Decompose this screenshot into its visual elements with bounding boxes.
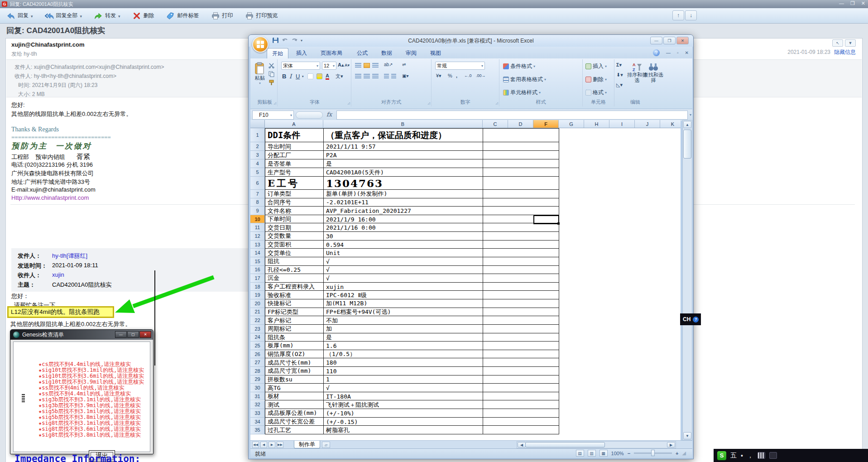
horizontal-scrollbar[interactable]: ◀ ▶ bbox=[517, 441, 676, 448]
cell-value[interactable]: 110 bbox=[324, 367, 482, 375]
row-number[interactable]: 24 bbox=[250, 333, 265, 342]
close-icon[interactable]: ✕ bbox=[676, 37, 689, 44]
cell-value[interactable]: √ bbox=[324, 257, 482, 266]
cell-value[interactable]: 树脂塞孔 bbox=[324, 426, 482, 434]
cell-label[interactable]: 客户标记 bbox=[265, 316, 323, 325]
zoom-out-icon[interactable]: − bbox=[628, 451, 630, 456]
font-color-icon[interactable]: A bbox=[326, 73, 329, 80]
cell-label[interactable]: 交货面积 bbox=[265, 241, 323, 249]
font-name-combo[interactable]: 宋体 bbox=[281, 62, 320, 70]
scroll-right-icon[interactable]: ▶ bbox=[667, 442, 675, 448]
ime-settings-icon[interactable] bbox=[769, 452, 777, 459]
grow-font-icon[interactable]: A▴ bbox=[338, 62, 344, 68]
row-number[interactable]: 20 bbox=[250, 299, 265, 308]
insert-cells-button[interactable]: 插入 bbox=[585, 63, 607, 70]
orientation-icon[interactable]: ab↗ bbox=[384, 62, 393, 67]
underline-caret-icon[interactable]: ▾ bbox=[302, 75, 304, 78]
clear-icon[interactable]: ◺▾ bbox=[616, 82, 623, 88]
row-number[interactable]: 22 bbox=[250, 316, 265, 325]
ribbon-tab-2[interactable]: 插入 bbox=[291, 48, 312, 58]
cell-value[interactable]: 0.594 bbox=[324, 241, 482, 249]
cell-value[interactable]: （重点客户，保证品质和进度） bbox=[324, 128, 482, 142]
scroll-up-icon[interactable]: ▲ bbox=[683, 121, 691, 128]
excel-titlebar[interactable]: CAD42001A0制作单.xls [兼容模式] - Microsoft Exc… bbox=[249, 35, 693, 47]
cell-label[interactable]: 验收标准 bbox=[265, 291, 323, 299]
align-center-icon[interactable] bbox=[364, 74, 370, 79]
name-box[interactable]: F10 bbox=[252, 111, 294, 120]
dialog-launcher-icon[interactable]: ◿ bbox=[348, 101, 350, 105]
row-number[interactable]: 33 bbox=[250, 409, 265, 418]
scroll-left-icon[interactable]: ◀ bbox=[518, 442, 526, 448]
cell-value[interactable]: 新单(单拼)(外发制作) bbox=[324, 190, 482, 198]
cell-value[interactable]: 30 bbox=[324, 232, 482, 241]
cut-scissors-icon[interactable] bbox=[269, 63, 274, 68]
close-icon[interactable]: ✕ bbox=[139, 331, 151, 338]
align-middle-icon[interactable] bbox=[364, 63, 370, 68]
cell-label[interactable]: 成品尺寸长(mm) bbox=[265, 358, 323, 367]
row-number[interactable]: 11 bbox=[250, 223, 265, 232]
vertical-scroll-thumb[interactable] bbox=[683, 130, 691, 159]
horizontal-scroll-thumb[interactable] bbox=[525, 442, 605, 448]
zoom-in-icon[interactable]: + bbox=[676, 451, 678, 456]
cell-value[interactable]: 1304763 bbox=[324, 177, 482, 190]
next-sheet-icon[interactable]: ▶ bbox=[269, 442, 275, 448]
previous-mail-button[interactable]: ↑ bbox=[672, 10, 684, 20]
row-number[interactable]: 8 bbox=[250, 198, 265, 207]
maximize-icon[interactable]: ▢ bbox=[127, 331, 139, 338]
row-number[interactable]: 15 bbox=[250, 257, 265, 266]
cell-value[interactable]: AVP_Fabrication_20201227 bbox=[324, 207, 482, 215]
cell-value[interactable]: 是 bbox=[324, 159, 482, 168]
cell-label[interactable]: 成品尺寸长宽公差 bbox=[265, 418, 323, 426]
cell-label[interactable]: 沉金 bbox=[265, 274, 323, 283]
page-break-view-icon[interactable]: ▦ bbox=[599, 450, 608, 457]
cell-label[interactable]: 周期标记 bbox=[265, 325, 323, 333]
help-icon[interactable]: ? bbox=[653, 49, 660, 56]
zoom-slider[interactable] bbox=[634, 452, 672, 454]
cell-label[interactable]: 下单时间 bbox=[265, 215, 323, 224]
resize-grip-icon[interactable]: ◢ bbox=[682, 450, 686, 456]
ime-logo-icon[interactable]: S bbox=[717, 451, 726, 460]
align-top-icon[interactable] bbox=[355, 63, 361, 68]
cell-label[interactable]: 导出时间 bbox=[265, 142, 323, 151]
copy-icon[interactable] bbox=[269, 71, 274, 77]
column-header-f[interactable]: F bbox=[533, 120, 559, 128]
delete-cells-button[interactable]: 删除 bbox=[585, 76, 607, 83]
cell-label[interactable]: 快捷标记 bbox=[265, 299, 323, 308]
cell-styles-button[interactable]: 单元格样式 bbox=[503, 89, 541, 96]
sheet-tab[interactable]: 制作单 bbox=[294, 441, 320, 448]
hide-info-link[interactable]: 隐藏信息 bbox=[834, 49, 856, 55]
soft-keyboard-icon[interactable] bbox=[758, 452, 765, 459]
row-number[interactable]: 34 bbox=[250, 418, 265, 426]
cell-label[interactable]: 文件名称 bbox=[265, 207, 323, 215]
column-header-g[interactable]: G bbox=[559, 120, 584, 128]
page-layout-view-icon[interactable]: ▥ bbox=[588, 450, 596, 457]
phonetic-guide-icon[interactable]: 文▾ bbox=[336, 73, 343, 80]
conditional-formatting-button[interactable]: 条件格式 bbox=[503, 63, 535, 70]
cell-label[interactable]: 板材 bbox=[265, 392, 323, 401]
number-format-combo[interactable]: 常规 bbox=[435, 62, 485, 70]
cell-value[interactable]: 2021/1/16 0:00 bbox=[324, 223, 482, 232]
cell-value[interactable]: 飞针测试＋阻抗测试 bbox=[324, 401, 482, 409]
cell-label[interactable]: E工号 bbox=[265, 177, 323, 190]
cell-label[interactable]: 客户工程资料录入 bbox=[265, 283, 323, 291]
column-header-a[interactable]: A bbox=[265, 120, 323, 128]
row-number[interactable]: 31 bbox=[250, 392, 265, 401]
cell-value[interactable]: 1.6 bbox=[324, 342, 482, 350]
ribbon-tab-6[interactable]: 审阅 bbox=[401, 48, 422, 58]
workbook-close-icon[interactable]: ✕ bbox=[685, 50, 689, 55]
cell-label[interactable]: 过孔工艺 bbox=[265, 426, 323, 434]
ribbon-tab-4[interactable]: 公式 bbox=[352, 48, 373, 58]
borders-icon[interactable] bbox=[307, 73, 313, 79]
expand-formula-bar-icon[interactable]: ▾ bbox=[690, 113, 691, 117]
dialog-launcher-icon[interactable]: ◿ bbox=[274, 101, 276, 105]
minimize-icon[interactable]: — bbox=[115, 331, 127, 338]
shrink-font-icon[interactable]: A▾ bbox=[345, 63, 350, 67]
decrease-indent-icon[interactable] bbox=[384, 74, 389, 79]
row-number[interactable]: 9 bbox=[250, 207, 265, 215]
maximize-icon[interactable]: ❐ bbox=[850, 0, 855, 6]
percent-style-icon[interactable]: % bbox=[448, 73, 452, 78]
row-number[interactable]: 17 bbox=[250, 274, 265, 283]
autosum-icon[interactable]: Σ▾ bbox=[616, 62, 622, 68]
cell-label[interactable]: 成品板厚公差(mm) bbox=[265, 409, 323, 418]
reply-all-button[interactable]: 回复全部 bbox=[45, 12, 82, 20]
